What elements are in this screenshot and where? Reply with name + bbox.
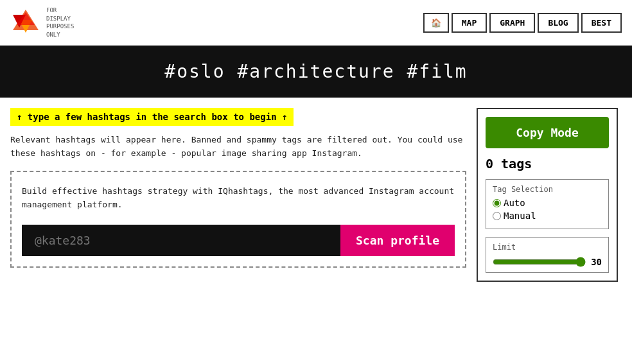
- dashed-box-text: Build effective hashtags strategy with I…: [22, 185, 455, 212]
- nav-best-button[interactable]: BEST: [581, 13, 622, 33]
- radio-manual[interactable]: Manual: [493, 211, 602, 221]
- search-bar-text: #oslo #architecture #film: [164, 61, 467, 82]
- left-panel: ↑ type a few hashtags in the search box …: [10, 108, 466, 267]
- radio-manual-label: Manual: [504, 211, 536, 221]
- tag-selection-legend: Tag Selection: [493, 185, 602, 194]
- scan-profile-button[interactable]: Scan profile: [340, 225, 455, 256]
- radio-auto-input[interactable]: [493, 199, 501, 207]
- profile-input-row: Scan profile: [22, 225, 455, 256]
- nav-graph-button[interactable]: GRAPH: [489, 13, 535, 33]
- description-text: Relevant hashtags will appear here. Bann…: [10, 134, 466, 160]
- radio-auto[interactable]: Auto: [493, 198, 602, 208]
- copy-mode-button[interactable]: Copy Mode: [486, 117, 609, 148]
- limit-value: 30: [591, 257, 602, 267]
- tags-count: 0 tags: [486, 156, 609, 171]
- limit-legend: Limit: [493, 243, 602, 252]
- limit-box: Limit 30: [486, 237, 609, 273]
- nav-home-button[interactable]: 🏠: [423, 13, 449, 33]
- logo-text: FOR DISPLAY PURPOSES ONLY: [46, 6, 74, 39]
- right-panel: Copy Mode 0 tags Tag Selection Auto Manu…: [477, 108, 618, 282]
- tag-selection-box: Tag Selection Auto Manual: [486, 179, 609, 229]
- nav-map-button[interactable]: MAP: [452, 13, 487, 33]
- search-bar: #oslo #architecture #film: [0, 46, 632, 98]
- instruction-bar: ↑ type a few hashtags in the search box …: [10, 108, 294, 126]
- main-content: ↑ type a few hashtags in the search box …: [0, 98, 632, 292]
- radio-manual-input[interactable]: [493, 212, 501, 220]
- dashed-box: Build effective hashtags strategy with I…: [10, 171, 466, 268]
- nav-buttons: 🏠 MAP GRAPH BLOG BEST: [423, 13, 622, 33]
- radio-auto-label: Auto: [504, 198, 525, 208]
- profile-input[interactable]: [22, 225, 340, 256]
- nav-blog-button[interactable]: BLOG: [538, 13, 578, 33]
- limit-row: 30: [493, 257, 602, 267]
- header: FOR DISPLAY PURPOSES ONLY 🏠 MAP GRAPH BL…: [0, 0, 632, 46]
- logo-area: FOR DISPLAY PURPOSES ONLY: [10, 6, 74, 39]
- limit-slider[interactable]: [493, 257, 586, 267]
- logo-icon: [10, 7, 41, 38]
